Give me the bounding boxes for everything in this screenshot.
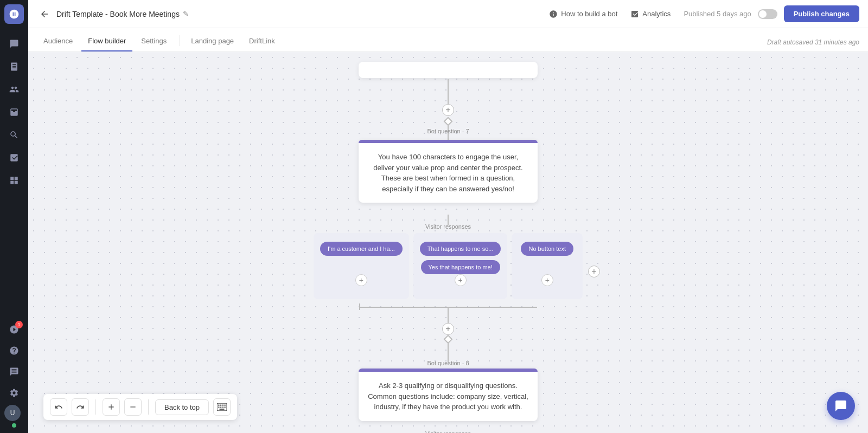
redo-button[interactable] bbox=[72, 398, 89, 416]
online-indicator bbox=[12, 423, 16, 428]
sidebar-item-chat[interactable] bbox=[4, 34, 24, 54]
response-btn-3[interactable]: No button text bbox=[521, 242, 573, 256]
sidebar-item-reports[interactable] bbox=[4, 148, 24, 167]
chat-fab-button[interactable] bbox=[827, 392, 855, 420]
published-status: Published 5 days ago bbox=[684, 10, 751, 18]
back-to-top-button[interactable]: Back to top bbox=[155, 399, 209, 415]
add-node-btn-2[interactable]: + bbox=[442, 323, 454, 335]
app-header: Drift Template - Book More Meetings ✎ Ho… bbox=[28, 0, 868, 28]
sidebar-item-settings[interactable] bbox=[4, 383, 24, 403]
tab-landing-page[interactable]: Landing page bbox=[184, 37, 240, 51]
response-col-2: That happens to me so... Yes that happen… bbox=[413, 233, 508, 299]
sidebar-item-help[interactable] bbox=[4, 341, 24, 360]
toolbar-divider-2 bbox=[148, 399, 149, 415]
bot-card-8[interactable]: Ask 2-3 qualifying or disqualifying ques… bbox=[359, 369, 538, 421]
bot-card-7-label: Bot question - 7 bbox=[359, 128, 538, 134]
bot-card-7[interactable]: Bot question - 7 You have 100 characters… bbox=[359, 140, 538, 203]
user-avatar[interactable]: U bbox=[4, 405, 21, 421]
keyboard-shortcut-button[interactable] bbox=[213, 398, 231, 416]
sidebar-item-campaigns[interactable]: 1 bbox=[4, 320, 24, 339]
add-response-2[interactable]: + bbox=[455, 274, 467, 286]
svg-rect-9 bbox=[220, 409, 225, 410]
svg-rect-8 bbox=[225, 406, 226, 408]
add-node-btn-1[interactable]: + bbox=[442, 104, 454, 116]
add-response-1[interactable]: + bbox=[355, 274, 367, 286]
flow-nodes: + Bot question - 7 You have 100 characte… bbox=[28, 52, 868, 433]
flow-canvas[interactable]: + Bot question - 7 You have 100 characte… bbox=[28, 52, 868, 433]
merge-line-right bbox=[448, 307, 537, 308]
response-col-3: No button text + bbox=[512, 233, 583, 299]
edit-title-icon[interactable]: ✎ bbox=[183, 10, 189, 18]
campaigns-badge: 1 bbox=[15, 321, 23, 328]
sidebar-item-messages[interactable] bbox=[4, 362, 24, 382]
add-response-3[interactable]: + bbox=[541, 274, 553, 286]
visitor-responses-1: I'm a customer and I ha... + That happen… bbox=[314, 233, 583, 299]
response-col-1: I'm a customer and I ha... + bbox=[314, 233, 409, 299]
toolbar-divider-1 bbox=[95, 399, 96, 415]
analytics-link[interactable]: Analytics bbox=[630, 10, 671, 18]
svg-rect-6 bbox=[220, 406, 221, 408]
connector-line-5 bbox=[448, 342, 449, 362]
tab-driftlink[interactable]: DriftLink bbox=[242, 37, 282, 51]
merge-line-left bbox=[359, 307, 448, 308]
svg-rect-1 bbox=[218, 405, 219, 406]
how-to-build-link[interactable]: How to build a bot bbox=[549, 10, 617, 18]
page-title: Drift Template - Book More Meetings ✎ bbox=[56, 10, 189, 18]
top-partial-card bbox=[359, 62, 538, 78]
visitor-responses-label-1: Visitor responses bbox=[359, 223, 538, 230]
connector-line-4 bbox=[448, 308, 449, 324]
sidebar-item-search[interactable] bbox=[4, 125, 24, 145]
response-btn-2a[interactable]: That happens to me so... bbox=[420, 242, 501, 256]
sidebar-item-contacts[interactable] bbox=[4, 80, 24, 99]
response-btn-2b[interactable]: Yes that happens to me! bbox=[421, 260, 500, 274]
undo-button[interactable] bbox=[50, 398, 67, 416]
back-button[interactable] bbox=[37, 7, 52, 22]
sidebar: 1 U bbox=[0, 0, 28, 433]
svg-rect-3 bbox=[222, 405, 224, 406]
svg-rect-2 bbox=[220, 405, 221, 406]
tab-audience[interactable]: Audience bbox=[37, 37, 79, 51]
sidebar-item-playbooks[interactable] bbox=[4, 57, 24, 76]
zoom-out-button[interactable] bbox=[124, 398, 142, 416]
tab-divider bbox=[180, 35, 180, 46]
sidebar-item-grid[interactable] bbox=[4, 171, 24, 190]
sidebar-item-inbox[interactable] bbox=[4, 102, 24, 122]
bot-card-7-body: You have 100 characters to engage the us… bbox=[359, 143, 538, 203]
publish-button[interactable]: Publish changes bbox=[784, 5, 859, 22]
left-h-line bbox=[359, 303, 360, 305]
autosave-status: Draft autosaved 31 minutes ago bbox=[767, 38, 859, 51]
visitor-responses-label-2: Visitor responses bbox=[359, 430, 538, 433]
publish-toggle[interactable] bbox=[758, 9, 777, 19]
nav-tabs: Audience Flow builder Settings Landing p… bbox=[28, 28, 868, 52]
svg-rect-5 bbox=[218, 406, 219, 408]
response-btn-1[interactable]: I'm a customer and I ha... bbox=[320, 242, 403, 256]
connector-line-1 bbox=[448, 79, 449, 105]
bot-card-8-body: Ask 2-3 qualifying or disqualifying ques… bbox=[359, 372, 538, 421]
add-response-col-btn[interactable]: + bbox=[588, 266, 600, 277]
zoom-in-button[interactable] bbox=[103, 398, 120, 416]
tab-flow-builder[interactable]: Flow builder bbox=[81, 37, 132, 51]
bot-card-8-label: Bot question - 8 bbox=[359, 360, 538, 366]
svg-rect-7 bbox=[222, 406, 224, 408]
app-logo[interactable] bbox=[4, 4, 24, 24]
svg-rect-4 bbox=[225, 405, 226, 406]
tab-settings[interactable]: Settings bbox=[135, 37, 173, 51]
bottom-toolbar: Back to top bbox=[43, 394, 237, 420]
